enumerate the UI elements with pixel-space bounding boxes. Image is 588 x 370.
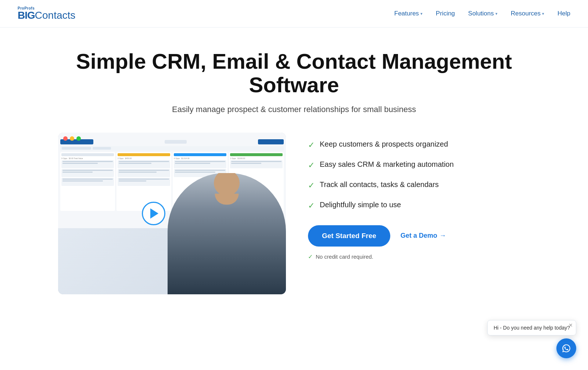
check-icon: ✓ <box>308 181 315 190</box>
maximize-window-dot <box>76 136 81 141</box>
nav-link-solutions[interactable]: Solutions ▾ <box>468 10 498 17</box>
hero-features: ✓ Keep customers & prospects organized ✓… <box>308 133 530 260</box>
hero-section: Simple CRM, Email & Contact Management S… <box>40 28 548 309</box>
nav-link-pricing[interactable]: Pricing <box>436 10 455 17</box>
hero-title: Simple CRM, Email & Contact Management S… <box>58 50 530 97</box>
chevron-down-icon: ▾ <box>420 11 423 16</box>
chevron-down-icon: ▾ <box>495 11 498 16</box>
get-demo-button[interactable]: Get a Demo → <box>401 232 446 240</box>
hero-subtitle: Easily manage prospect & customer relati… <box>58 105 530 114</box>
feature-item-1: ✓ Keep customers & prospects organized <box>308 140 530 150</box>
play-button[interactable] <box>142 202 165 225</box>
video-thumbnail[interactable]: 0 Opps $0.00 Total Value 2 Opps $450.00 <box>58 133 286 294</box>
get-started-button[interactable]: Get Started Free <box>308 225 390 247</box>
nav-links: Features ▾ Pricing Solutions ▾ Resources… <box>394 10 570 17</box>
nav-item-features[interactable]: Features ▾ <box>394 10 423 17</box>
check-icon: ✓ <box>308 201 315 211</box>
feature-item-3: ✓ Track all contacts, tasks & calendars <box>308 180 530 190</box>
no-credit-card-note: ✓ No credit card required. <box>308 253 530 260</box>
feature-list: ✓ Keep customers & prospects organized ✓… <box>308 140 530 211</box>
nav-item-resources[interactable]: Resources ▾ <box>511 10 544 17</box>
check-icon: ✓ <box>308 140 315 150</box>
hero-content: 0 Opps $0.00 Total Value 2 Opps $450.00 <box>58 133 530 294</box>
nav-item-solutions[interactable]: Solutions ▾ <box>468 10 498 17</box>
logo-bigcontacts: BIGContacts <box>18 10 75 21</box>
person-image <box>168 173 286 294</box>
nav-link-resources[interactable]: Resources ▾ <box>511 10 544 17</box>
feature-item-2: ✓ Easy sales CRM & marketing automation <box>308 160 530 170</box>
logo[interactable]: ProProfs BIGContacts <box>18 7 75 21</box>
nav-item-pricing[interactable]: Pricing <box>436 10 455 17</box>
chevron-down-icon: ▾ <box>542 11 544 16</box>
nav-item-help[interactable]: Help <box>557 10 570 17</box>
check-icon: ✓ <box>308 161 315 170</box>
video-screenshot: 0 Opps $0.00 Total Value 2 Opps $450.00 <box>58 133 286 294</box>
nav-link-help[interactable]: Help <box>557 10 570 17</box>
minimize-window-dot <box>70 136 74 141</box>
navbar: ProProfs BIGContacts Features ▾ Pricing … <box>0 0 588 28</box>
nav-link-features[interactable]: Features ▾ <box>394 10 423 17</box>
arrow-right-icon: → <box>440 232 446 240</box>
feature-item-4: ✓ Delightfully simple to use <box>308 201 530 211</box>
play-icon <box>150 208 158 219</box>
mac-window-controls <box>63 136 81 141</box>
check-small-icon: ✓ <box>308 253 313 260</box>
close-window-dot <box>63 136 68 141</box>
cta-buttons: Get Started Free Get a Demo → <box>308 225 530 247</box>
